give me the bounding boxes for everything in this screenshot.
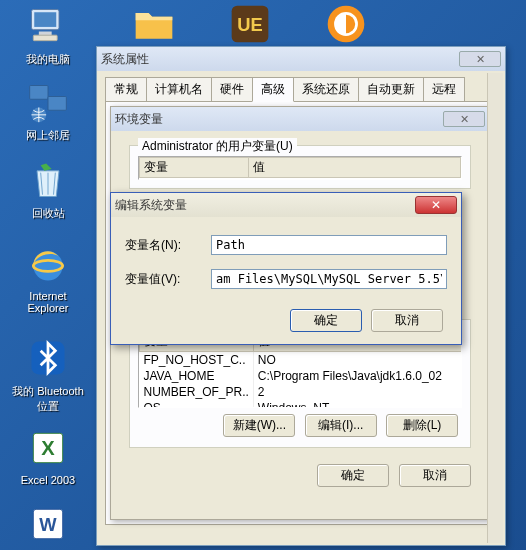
word-icon[interactable]: W xyxy=(10,500,86,550)
tab-systemrestore[interactable]: 系统还原 xyxy=(293,77,359,101)
close-icon[interactable]: ✕ xyxy=(415,196,457,214)
var-value-input[interactable] xyxy=(211,269,447,289)
tab-hardware[interactable]: 硬件 xyxy=(211,77,253,101)
sysprops-title: 系统属性 xyxy=(101,51,149,68)
tab-remote[interactable]: 远程 xyxy=(423,77,465,101)
icon-label: 回收站 xyxy=(10,206,86,221)
editdlg-title: 编辑系统变量 xyxy=(115,197,187,214)
icon-label: Excel 2003 xyxy=(10,474,86,486)
env-titlebar[interactable]: 环境变量 ✕ xyxy=(111,107,489,131)
ok-button[interactable]: 确定 xyxy=(317,464,389,487)
svg-rect-8 xyxy=(30,86,48,100)
media-icon[interactable] xyxy=(324,2,368,46)
svg-text:W: W xyxy=(39,514,57,535)
recycle-bin-icon[interactable]: 回收站 xyxy=(10,156,86,221)
table-row: JAVA_HOMEC:\Program Files\Java\jdk1.6.0_… xyxy=(140,368,463,384)
env-title: 环境变量 xyxy=(115,111,163,128)
my-computer-icon[interactable]: 我的电脑 xyxy=(10,2,86,67)
tab-advanced[interactable]: 高级 xyxy=(252,77,294,102)
scrollbar[interactable] xyxy=(487,73,503,543)
user-vars-legend: Administrator 的用户变量(U) xyxy=(138,138,297,155)
table-row: NUMBER_OF_PR..2 xyxy=(140,384,463,400)
close-icon[interactable]: ✕ xyxy=(443,111,485,127)
table-row: OSWindows_NT xyxy=(140,400,463,408)
svg-rect-7 xyxy=(33,35,57,41)
table-row: FP_NO_HOST_C..NO xyxy=(140,352,463,369)
close-icon[interactable]: ✕ xyxy=(459,51,501,67)
delete-button[interactable]: 删除(L) xyxy=(386,414,458,437)
icon-label: 网上邻居 xyxy=(10,128,86,143)
svg-rect-5 xyxy=(34,12,56,27)
svg-text:X: X xyxy=(41,437,55,459)
icon-label: 我的电脑 xyxy=(10,52,86,67)
edit-button[interactable]: 编辑(I)... xyxy=(305,414,377,437)
ok-button[interactable]: 确定 xyxy=(290,309,362,332)
editdlg-titlebar[interactable]: 编辑系统变量 ✕ xyxy=(111,193,461,217)
svg-rect-9 xyxy=(48,97,66,111)
cancel-button[interactable]: 取消 xyxy=(371,309,443,332)
sysprops-tabs: 常规 计算机名 硬件 高级 系统还原 自动更新 远程 xyxy=(97,71,505,101)
var-name-input[interactable] xyxy=(211,235,447,255)
icon-label: Internet Explorer xyxy=(10,290,86,314)
icon-label: 我的 Bluetooth 位置 xyxy=(10,384,86,414)
edit-sys-var-dialog: 编辑系统变量 ✕ 变量名(N): 变量值(V): 确定 取消 xyxy=(110,192,462,345)
sysprops-titlebar[interactable]: 系统属性 ✕ xyxy=(97,47,505,71)
ie-icon[interactable]: Internet Explorer xyxy=(10,240,86,314)
svg-text:UE: UE xyxy=(237,14,262,35)
bluetooth-icon[interactable]: 我的 Bluetooth 位置 xyxy=(10,334,86,414)
var-value-label: 变量值(V): xyxy=(125,271,211,288)
tab-general[interactable]: 常规 xyxy=(105,77,147,101)
var-name-label: 变量名(N): xyxy=(125,237,211,254)
svg-rect-6 xyxy=(39,32,52,36)
user-vars-list[interactable]: 变量值 xyxy=(138,156,462,180)
network-places-icon[interactable]: 网上邻居 xyxy=(10,78,86,143)
folder-icon[interactable] xyxy=(132,2,176,46)
excel-icon[interactable]: X Excel 2003 xyxy=(10,424,86,486)
cancel-button[interactable]: 取消 xyxy=(399,464,471,487)
ultraedit-icon[interactable]: UE xyxy=(228,2,272,46)
tab-autoupdate[interactable]: 自动更新 xyxy=(358,77,424,101)
tab-computername[interactable]: 计算机名 xyxy=(146,77,212,101)
new-button[interactable]: 新建(W)... xyxy=(223,414,295,437)
